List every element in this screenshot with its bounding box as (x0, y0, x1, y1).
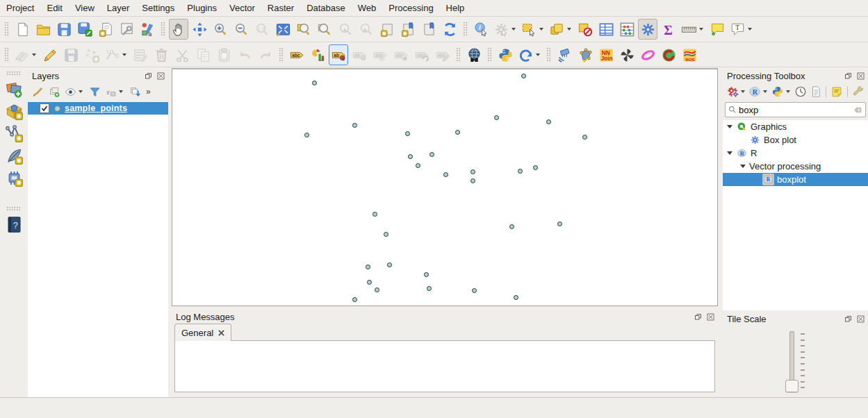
menu-processing[interactable]: Processing (382, 1, 439, 15)
close-panel-icon[interactable] (855, 71, 865, 81)
layout-manager-button[interactable] (117, 19, 136, 40)
dropdown-caret-icon[interactable] (699, 28, 703, 31)
python-console-button[interactable] (496, 44, 515, 65)
map-canvas[interactable] (172, 68, 718, 306)
tree-item-r[interactable]: RR (723, 147, 868, 160)
menu-edit[interactable]: Edit (40, 1, 68, 15)
menu-project[interactable]: Project (0, 1, 40, 15)
tree-item-vector-processing[interactable]: Vector processing (723, 160, 868, 173)
pin-unpin-labels-button[interactable]: ab (329, 44, 348, 65)
processing-search-input[interactable] (737, 104, 853, 116)
toolbar-grip[interactable] (4, 47, 9, 62)
menu-raster[interactable]: Raster (261, 1, 300, 15)
close-panel-icon[interactable] (705, 312, 715, 321)
close-panel-icon[interactable] (855, 314, 865, 324)
edit-features-in-place-button[interactable] (829, 83, 844, 100)
new-print-layout-button[interactable] (96, 19, 115, 40)
results-viewer-button[interactable] (808, 83, 824, 100)
zoom-to-layer-button[interactable] (315, 19, 334, 40)
open-attribute-table-button[interactable] (596, 19, 616, 40)
log-tab-general[interactable]: General (174, 324, 231, 341)
filter-legend-button[interactable] (87, 83, 102, 100)
expander-icon[interactable] (727, 151, 732, 155)
dropdown-caret-icon[interactable] (511, 28, 516, 31)
expander-icon[interactable] (740, 165, 746, 168)
dropdown-caret-icon[interactable] (79, 90, 83, 93)
new-spatialite-layer-button[interactable] (3, 145, 25, 166)
tree-item-box-plot[interactable]: Box plot (723, 133, 868, 147)
dropdown-caret-icon[interactable] (536, 53, 540, 56)
new-spatial-bookmark-button[interactable] (377, 19, 397, 40)
nn-join-plugin-button[interactable]: NNJoin (596, 44, 616, 65)
expander-icon[interactable] (727, 125, 732, 128)
float-panel-icon[interactable] (693, 312, 703, 321)
float-panel-icon[interactable] (843, 314, 853, 324)
menu-database[interactable]: Database (300, 1, 352, 15)
map-tips-button[interactable] (707, 19, 727, 40)
layer-visibility-checkbox[interactable] (40, 103, 49, 113)
menu-plugins[interactable]: Plugins (181, 1, 223, 15)
dropdown-caret-icon[interactable] (748, 28, 752, 31)
expand-collapse-all-button[interactable] (127, 83, 142, 100)
zoom-out-button[interactable] (231, 19, 251, 40)
bookmark-manager-button[interactable] (419, 19, 439, 40)
identify-features-button[interactable]: i (471, 19, 491, 40)
new-project-button[interactable] (13, 19, 32, 40)
pan-map-button[interactable] (169, 19, 188, 40)
select-features-button[interactable] (520, 19, 546, 40)
dropdown-caret-icon[interactable] (119, 90, 123, 93)
filter-by-expression-button[interactable]: ε (104, 83, 126, 100)
toolbar-grip[interactable] (279, 47, 284, 62)
toolbar-grip[interactable] (6, 206, 22, 211)
float-panel-icon[interactable] (843, 71, 853, 81)
dropdown-caret-icon[interactable] (786, 90, 790, 93)
dropdown-caret-icon[interactable] (763, 90, 767, 93)
tab-close-icon[interactable] (218, 330, 224, 336)
layer-diagram-options-button[interactable] (308, 44, 327, 65)
toolbar-grip[interactable] (4, 22, 9, 37)
zoom-to-selection-button[interactable] (294, 19, 313, 40)
r-scripts-button[interactable]: R (748, 83, 771, 100)
toolbar-grip[interactable] (546, 47, 551, 62)
select-features-by-value-button[interactable] (548, 19, 574, 40)
wind-rose-plugin-button[interactable] (617, 44, 637, 65)
menu-view[interactable]: View (69, 1, 101, 15)
toggle-editing-button[interactable] (40, 44, 60, 65)
deselect-features-button[interactable] (575, 19, 595, 40)
menu-web[interactable]: Web (352, 1, 383, 15)
clear-search-icon[interactable] (853, 106, 863, 115)
dropdown-caret-icon[interactable] (539, 28, 543, 31)
shape-tools-plugin-button[interactable] (638, 44, 657, 65)
text-annotation-button[interactable]: T (728, 19, 755, 40)
data-source-manager-button[interactable] (3, 78, 25, 99)
processing-toolbox-toggle-button[interactable] (638, 19, 657, 40)
add-group-button[interactable] (47, 83, 62, 100)
toolbar-grip[interactable] (456, 47, 461, 62)
toolbar-grip[interactable] (6, 71, 22, 76)
python-scripts-button[interactable] (770, 83, 793, 100)
refresh-map-button[interactable] (440, 19, 459, 40)
measure-button[interactable] (680, 19, 706, 40)
processing-search-box[interactable] (725, 102, 866, 117)
toolbar-grip[interactable] (463, 22, 468, 37)
contour-plugin-button[interactable] (659, 44, 678, 65)
metasearch-button[interactable] (464, 44, 484, 65)
float-panel-icon[interactable] (143, 71, 153, 81)
zoom-full-button[interactable] (273, 19, 293, 40)
history-button[interactable] (793, 83, 808, 100)
open-layer-styling-button[interactable] (30, 83, 45, 100)
processing-history-button[interactable] (516, 44, 543, 65)
topology-checker-button[interactable] (575, 44, 595, 65)
new-geopackage-layer-button[interactable] (3, 101, 25, 122)
new-shapefile-layer-button[interactable] (3, 123, 25, 144)
toolbar-overflow-button[interactable]: » (146, 87, 151, 97)
dropdown-caret-icon[interactable] (567, 28, 571, 31)
toolbar-grip[interactable] (487, 47, 492, 62)
dropdown-caret-icon[interactable] (32, 53, 36, 56)
show-spatial-bookmarks-button[interactable] (398, 19, 418, 40)
layer-labeling-options-button[interactable]: abc (287, 44, 306, 65)
menu-layer[interactable]: Layer (101, 1, 136, 15)
save-project-as-button[interactable] (75, 19, 95, 40)
options-button[interactable] (851, 83, 866, 100)
zoom-in-button[interactable] (211, 19, 230, 40)
